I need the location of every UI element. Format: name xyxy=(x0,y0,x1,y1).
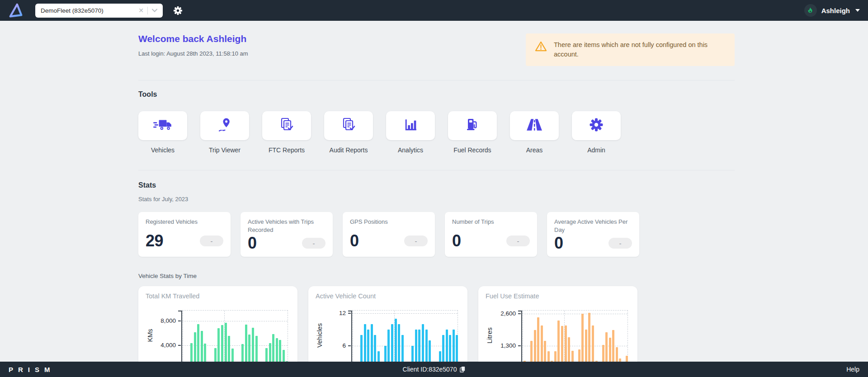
tool-admin-button[interactable] xyxy=(572,111,621,140)
tool-vehicles-button[interactable] xyxy=(138,111,187,140)
stat-label: Active Vehicles with Trips Recorded xyxy=(248,218,326,234)
stat-value: 0 xyxy=(452,231,461,250)
warning-banner: There are items which are not fully conf… xyxy=(526,33,735,66)
footer: PRISM Client ID:832e5070 Help xyxy=(0,362,868,377)
tool-item-fuel-records: Fuel Records xyxy=(448,111,497,154)
footer-brand: PRISM xyxy=(9,366,55,373)
tool-item-analytics: Analytics xyxy=(386,111,435,154)
tool-label: Vehicles xyxy=(138,146,187,154)
tool-trip-viewer-button[interactable] xyxy=(200,111,249,140)
chevron-down-icon[interactable] xyxy=(148,9,158,12)
app-logo-icon xyxy=(8,2,24,19)
tool-ftc-reports-button[interactable] xyxy=(262,111,311,140)
stat-value: 0 xyxy=(248,234,257,253)
tool-analytics-button[interactable] xyxy=(386,111,435,140)
stat-value: 29 xyxy=(146,231,163,250)
tool-fuel-records-button[interactable] xyxy=(448,111,497,140)
chart-title: Active Vehicle Count xyxy=(316,292,460,300)
client-id: Client ID:832e5070 xyxy=(0,366,868,373)
stat-value: 0 xyxy=(554,234,563,253)
warning-triangle-icon xyxy=(535,41,547,54)
fleet-selector[interactable]: DemoFleet (832e5070) ✕ xyxy=(35,4,163,18)
welcome-block: Welcome back Ashleigh Last login: August… xyxy=(138,33,248,57)
tool-item-vehicles: Vehicles xyxy=(138,111,187,154)
document-check-icon xyxy=(341,117,356,134)
stat-trend-badge: - xyxy=(404,236,428,246)
gridline xyxy=(522,314,627,314)
chart-title: Fuel Use Estimate xyxy=(486,292,630,300)
tool-item-audit-reports: Audit Reports xyxy=(324,111,373,154)
copy-icon[interactable] xyxy=(460,366,465,372)
stat-value: 0 xyxy=(350,231,359,250)
chart-title: Total KM Travelled xyxy=(146,292,290,300)
stat-trend-badge: - xyxy=(609,238,632,249)
tool-item-areas: Areas xyxy=(510,111,559,154)
y-tick-label: 2,600 xyxy=(491,309,516,318)
y-tick-label: 8,000 xyxy=(151,316,176,325)
stat-card: Average Active Vehicles Per Day 0 - xyxy=(547,212,639,257)
gridline xyxy=(352,313,458,314)
stat-trend-badge: - xyxy=(302,238,326,249)
tool-item-trip-viewer: Trip Viewer xyxy=(200,111,249,154)
navbar: DemoFleet (832e5070) ✕ Ashleigh xyxy=(0,0,868,21)
tool-audit-reports-button[interactable] xyxy=(324,111,373,140)
map-pin-route-icon xyxy=(217,118,232,134)
stat-card: GPS Positions 0 - xyxy=(343,212,435,257)
tool-label: Analytics xyxy=(386,146,435,154)
settings-gear-icon[interactable] xyxy=(173,6,183,15)
stat-card: Registered Vehicles 29 - xyxy=(138,212,231,257)
stats-heading: Stats xyxy=(138,181,735,189)
y-tick-label: 6 xyxy=(321,341,346,350)
last-login-text: Last login: August 28th 2023, 11:58:10 a… xyxy=(138,50,248,57)
tools-heading: Tools xyxy=(138,90,735,99)
section-divider xyxy=(138,80,735,80)
stat-label: Average Active Vehicles Per Day xyxy=(554,218,632,234)
main-content: Welcome back Ashleigh Last login: August… xyxy=(0,21,868,377)
stat-label: GPS Positions xyxy=(350,218,428,226)
help-link[interactable]: Help xyxy=(846,366,859,373)
stat-card: Number of Trips 0 - xyxy=(445,212,537,257)
fleet-selector-value: DemoFleet (832e5070) xyxy=(41,7,135,14)
client-id-text: Client ID:832e5070 xyxy=(403,366,457,373)
tool-label: Trip Viewer xyxy=(200,146,249,154)
document-check-icon xyxy=(279,117,294,134)
vehicle-stats-heading: Vehicle Stats by Time xyxy=(138,273,735,279)
tool-label: Audit Reports xyxy=(324,146,373,154)
tool-label: Fuel Records xyxy=(448,146,497,154)
stat-trend-badge: - xyxy=(200,236,223,246)
user-menu[interactable]: Ashleigh xyxy=(804,4,860,17)
stat-trend-badge: - xyxy=(506,236,530,246)
tool-label: Admin xyxy=(572,146,621,154)
stats-row: Registered Vehicles 29 - Active Vehicles… xyxy=(138,212,735,257)
tool-label: Areas xyxy=(510,146,559,154)
page-title: Welcome back Ashleigh xyxy=(138,33,248,44)
gear-icon xyxy=(589,118,604,134)
clear-icon[interactable]: ✕ xyxy=(135,7,147,14)
stat-card: Active Vehicles with Trips Recorded 0 - xyxy=(241,212,333,257)
road-icon xyxy=(526,118,543,133)
gridline xyxy=(182,321,288,321)
caret-down-icon xyxy=(855,9,860,12)
user-avatar xyxy=(804,4,817,17)
tools-row: Vehicles Trip Viewer FTC Reports Audit R… xyxy=(138,111,735,154)
user-name: Ashleigh xyxy=(821,7,850,14)
tool-areas-button[interactable] xyxy=(510,111,559,140)
stat-label: Registered Vehicles xyxy=(146,218,223,226)
stats-subtitle: Stats for July, 2023 xyxy=(138,196,735,203)
tool-label: FTC Reports xyxy=(262,146,311,154)
warning-text: There are items which are not fully conf… xyxy=(554,40,726,59)
flame-icon xyxy=(807,7,814,14)
fuel-pump-icon xyxy=(465,118,480,134)
tool-item-ftc-reports: FTC Reports xyxy=(262,111,311,154)
y-tick-label: 12 xyxy=(321,309,346,318)
tool-item-admin: Admin xyxy=(572,111,621,154)
bar-chart-icon xyxy=(403,118,418,134)
y-tick-label: 4,000 xyxy=(151,341,176,350)
stat-label: Number of Trips xyxy=(452,218,530,226)
truck-icon xyxy=(153,118,172,133)
section-divider xyxy=(138,170,735,170)
y-tick-label: 1,300 xyxy=(491,341,516,350)
